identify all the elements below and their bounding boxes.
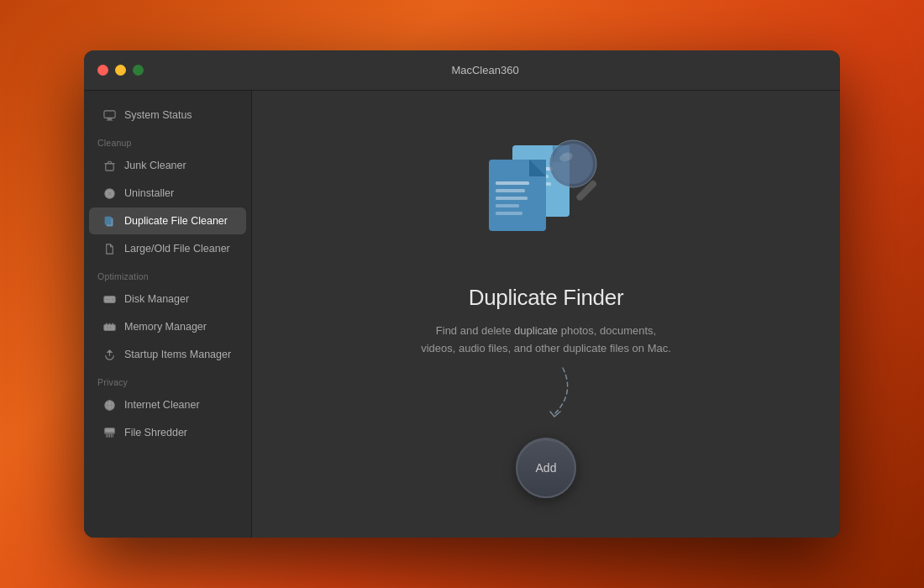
svg-rect-35: [496, 204, 519, 207]
svg-point-38: [553, 144, 593, 184]
sidebar-item-uninstaller[interactable]: Uninstaller: [89, 180, 246, 207]
arrow-decoration: [504, 364, 588, 431]
sidebar-section-privacy: Privacy: [84, 369, 251, 391]
app-window: MacClean360 System Status Cleanup: [84, 50, 840, 538]
sidebar-item-label: Junk Cleaner: [124, 160, 186, 171]
svg-rect-1: [107, 118, 112, 119]
sidebar-item-disk-manager[interactable]: Disk Manager: [89, 286, 246, 312]
svg-rect-32: [496, 181, 529, 185]
svg-rect-14: [106, 326, 108, 328]
desc-bold: duplicate: [514, 324, 558, 337]
sidebar-item-label: System Status: [124, 109, 192, 121]
maximize-button[interactable]: [133, 65, 144, 76]
svg-rect-3: [105, 163, 113, 170]
svg-rect-36: [496, 212, 522, 215]
svg-rect-2: [106, 119, 113, 120]
traffic-lights: [97, 65, 144, 76]
svg-rect-0: [103, 110, 114, 117]
sidebar-item-label: Large/Old File Cleaner: [124, 243, 230, 255]
junk-icon: [102, 159, 116, 172]
svg-rect-6: [104, 216, 111, 223]
close-button[interactable]: [97, 65, 108, 76]
file-icon: [102, 242, 116, 255]
sidebar-item-label: File Shredder: [124, 427, 187, 438]
svg-rect-13: [112, 323, 113, 324]
sidebar-item-memory-manager[interactable]: Memory Manager: [89, 313, 246, 340]
svg-point-8: [112, 298, 113, 300]
sidebar-item-startup-items-manager[interactable]: Startup Items Manager: [89, 341, 246, 368]
uninstaller-icon: [102, 186, 116, 200]
titlebar: MacClean360: [84, 50, 840, 91]
svg-rect-33: [496, 189, 525, 192]
add-button[interactable]: Add: [516, 438, 576, 498]
sidebar-item-label: Internet Cleaner: [124, 399, 200, 411]
svg-rect-19: [104, 428, 113, 432]
shredder-icon: [102, 426, 116, 439]
sidebar-item-label: Uninstaller: [124, 187, 174, 199]
desc-part1: Find and delete: [436, 324, 514, 337]
sidebar-item-label: Memory Manager: [124, 321, 207, 333]
sidebar-item-duplicate-file-cleaner[interactable]: Duplicate File Cleaner: [89, 207, 246, 234]
monitor-icon: [102, 108, 116, 122]
curved-arrow-svg: [504, 364, 588, 423]
svg-rect-20: [103, 432, 114, 433]
feature-title: Duplicate Finder: [469, 285, 624, 311]
svg-rect-15: [109, 326, 111, 328]
startup-icon: [102, 348, 116, 361]
duplicate-finder-svg: [470, 130, 622, 265]
sidebar-item-internet-cleaner[interactable]: Internet Cleaner: [89, 391, 246, 418]
sidebar-item-label: Duplicate File Cleaner: [124, 215, 228, 227]
sidebar-item-label: Disk Manager: [124, 293, 189, 305]
svg-rect-12: [108, 323, 110, 324]
sidebar-section-cleanup: Cleanup: [84, 129, 251, 151]
main-content: Duplicate Finder Find and delete duplica…: [252, 91, 840, 538]
internet-icon: [102, 398, 116, 412]
svg-rect-11: [105, 323, 107, 324]
sidebar-item-junk-cleaner[interactable]: Junk Cleaner: [89, 152, 246, 179]
sidebar-section-optimization: Optimization: [84, 263, 251, 285]
window-title: MacClean360: [144, 64, 827, 76]
memory-icon: [102, 320, 116, 333]
sidebar-item-file-shredder[interactable]: File Shredder: [89, 419, 246, 446]
feature-container: Duplicate Finder Find and delete duplica…: [420, 130, 672, 499]
disk-icon: [102, 292, 116, 306]
sidebar-item-label: Startup Items Manager: [124, 349, 231, 360]
add-button-label: Add: [536, 461, 557, 475]
feature-description: Find and delete duplicate photos, docume…: [420, 323, 672, 358]
duplicate-icon: [102, 214, 116, 228]
feature-illustration: [470, 130, 622, 265]
sidebar-item-large-old-file-cleaner[interactable]: Large/Old File Cleaner: [89, 235, 246, 262]
svg-rect-34: [496, 197, 528, 200]
sidebar: System Status Cleanup Junk Cleaner: [84, 91, 252, 538]
window-body: System Status Cleanup Junk Cleaner: [84, 91, 840, 538]
minimize-button[interactable]: [115, 65, 126, 76]
sidebar-item-system-status[interactable]: System Status: [89, 102, 246, 129]
